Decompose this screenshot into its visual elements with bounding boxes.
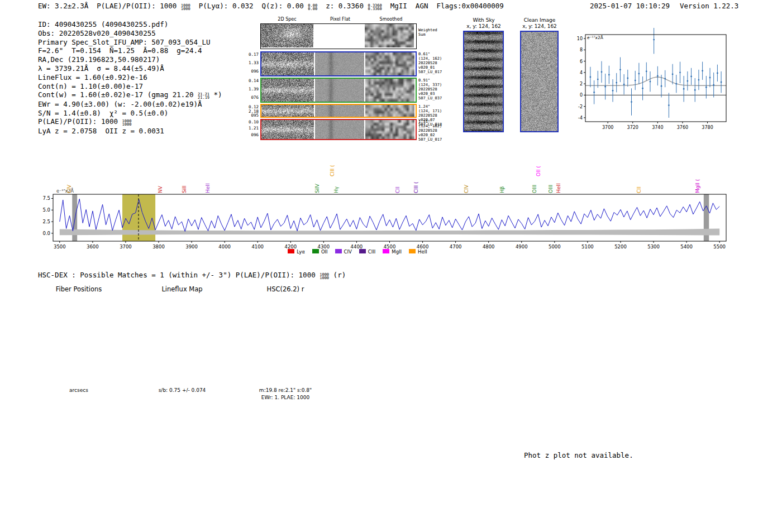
spectral-line-label-3: HeII: [204, 183, 211, 193]
spec2d-row-0: [260, 23, 417, 49]
xtick-label: 3740: [652, 125, 663, 130]
spec2d-image: [261, 105, 314, 117]
annotation-line: 507_LU_017: [418, 70, 442, 74]
fraction-den: 21.19: [198, 96, 209, 100]
spectral-line-label-4: SiIV: [314, 184, 321, 193]
annotation-line: v020_03: [418, 92, 442, 96]
xtick-label: 3900: [185, 244, 198, 250]
spectral-line-label-16: MgII (: [694, 179, 701, 193]
spectral-line-label-9: CIV: [463, 185, 470, 193]
line-fit-plot: -4-2024681037003720374037603780e⁻¹⁷x2Å: [567, 28, 732, 131]
data-point: [698, 79, 700, 81]
legend-swatch: [312, 249, 319, 253]
annotation-line: 0.61": [418, 52, 442, 56]
spectral-line-label-5: CIII (: [329, 165, 336, 176]
ytick-label: 2.5: [42, 219, 50, 224]
annotation-line: v020_02: [418, 133, 442, 137]
spec2d-row-1-weights: 0.171.33096: [246, 52, 259, 73]
clean-image-coords: x, y: 124, 162: [522, 23, 557, 30]
ytick-label: 6: [580, 59, 583, 64]
xtick-label: 3700: [120, 244, 132, 250]
data-point: [631, 101, 632, 103]
annotation-line: 1.24": [418, 104, 442, 109]
spectrum-legend: LyαOIICIVCIIIMgIIHeII: [257, 249, 458, 255]
header-summary-line: EW: 3.2±2.3ÅP(LAE)/P(OII): 1000 10001000…: [38, 2, 512, 11]
header-seg-3: Q(z): 0.00 0.000.00: [262, 2, 318, 10]
weighted-label-line2: Sum: [418, 32, 437, 37]
stacked-fraction: 21.2121.19: [198, 93, 209, 100]
spec2d-row-4-weights: 0.101.21096: [246, 120, 259, 137]
fraction-den: 1000: [320, 276, 329, 280]
annotation-line: 20220528: [418, 128, 442, 133]
spec2d-row-2-annotation: 0.91"(124, 337)20220528v020_03507_LU_037: [418, 78, 442, 100]
with-sky-image: [464, 32, 503, 131]
spectral-line-label-13: OIII: [547, 185, 554, 193]
ytick-label: 10: [577, 36, 583, 41]
ytick-label: 4: [580, 70, 583, 75]
info-line-3: F=2.6" T=0.154 N̄=1.25 Ā=0.88 g=24.4: [38, 46, 222, 55]
ytick-label: 7.5: [42, 195, 50, 201]
col-header-pixelflat: Pixel Flat: [330, 17, 350, 22]
info-line-0: ID: 4090430255 (4090430255.pdf): [38, 20, 222, 29]
spec2d-row-4: [260, 119, 417, 140]
legend-item-CIII: CIII: [359, 249, 375, 255]
data-point: [705, 87, 707, 88]
legend-item-HeII: HeII: [409, 249, 427, 255]
weight-value: 096: [246, 133, 259, 137]
ytick-label: 5.0: [42, 207, 50, 213]
xtick-label: 5000: [549, 244, 561, 250]
data-point: [627, 78, 628, 79]
stacked-fraction: 10001000: [181, 4, 190, 11]
spectral-line-label-8: CIII (: [413, 181, 419, 193]
weight-value: 096: [246, 69, 259, 74]
info-line-5: λ = 3739.21Å σ = 8.44(±5.49)Å: [38, 64, 222, 73]
data-point: [672, 74, 674, 75]
ytick-label: 0.0: [42, 231, 50, 236]
plot-frame: [585, 35, 726, 122]
spectral-line-label-0: CIV: [66, 185, 73, 193]
col-header-smoothed: Smoothed: [380, 17, 403, 22]
legend-item-CIV: CIV: [335, 249, 352, 255]
data-point: [702, 70, 703, 71]
data-point: [623, 84, 625, 85]
xtick-label: 3720: [627, 125, 638, 130]
legend-item-OII: OII: [312, 249, 328, 255]
xtick-label: 3760: [677, 125, 688, 130]
info-line-4: RA,Dec (219.196823,50.980217): [38, 55, 222, 64]
legend-swatch: [383, 249, 389, 253]
legend-item-Lyα: Lyα: [288, 249, 305, 255]
fraction-den: 0.00: [308, 7, 317, 11]
hsc-dex-match-line: HSC-DEX : Possible Matches = 1 (within +…: [38, 271, 346, 280]
legend-item-MgII: MgII: [383, 249, 402, 255]
data-point: [650, 81, 651, 83]
info-line-6: LineFlux = 1.60(±0.92)e-16: [38, 73, 222, 82]
info-line-2: Primary Spec_Slot_IFU_AMP: 507_093_054_L…: [38, 38, 222, 47]
data-point: [668, 104, 670, 106]
info-line-12: LyA z = 2.0758 OII z = 0.0031: [38, 127, 222, 136]
info-line-7: Cont(n) = 1.10(±0.00)e-17: [38, 82, 222, 91]
ytick-label: -4: [578, 116, 583, 121]
data-point: [590, 76, 592, 78]
legend-swatch: [335, 249, 342, 253]
data-point: [690, 76, 692, 78]
xtick-label: 4000: [218, 244, 231, 250]
data-point: [619, 69, 621, 70]
col-header-2dspec: 2D Spec: [278, 17, 296, 22]
xtick-label: 3600: [87, 244, 99, 250]
spec2d-row-4-annotation: 1.31"(124, 162)20220528v020_02507_LU_017: [418, 119, 442, 142]
fraction-den: 1000: [122, 123, 132, 127]
detection-info-block: ID: 4090430255 (4090430255.pdf)Obs: 2022…: [38, 20, 222, 136]
spectral-line-label-12: OII (: [535, 166, 542, 176]
annotation-line: 507_LU_017: [418, 137, 442, 142]
with-sky-title: With Sky: [473, 17, 494, 23]
xtick-label: 5200: [614, 244, 627, 250]
spectrum-line: [60, 199, 719, 231]
ytick-label: 2: [580, 82, 583, 87]
legend-swatch: [288, 249, 294, 253]
stacked-fraction: 0.33600.3360: [368, 4, 382, 11]
panel-caption-ewr: EWr: 1. PLAE: 1000: [261, 395, 309, 400]
data-point: [721, 82, 722, 83]
header-seg-1: P(LAE)/P(OII): 1000 10001000: [97, 2, 190, 10]
smoothed-image: [365, 120, 414, 139]
xtick-label: 5400: [680, 244, 693, 250]
